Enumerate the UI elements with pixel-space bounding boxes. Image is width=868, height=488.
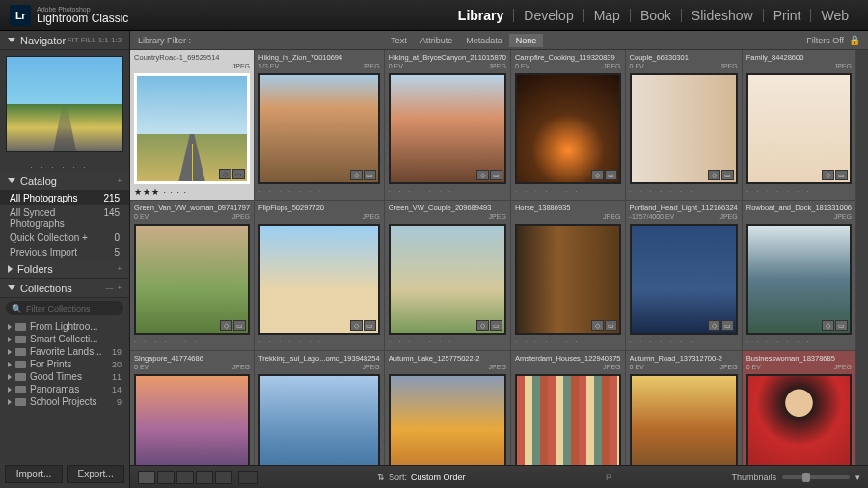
catalog-item[interactable]: Previous Import5 [0,245,129,259]
module-slideshow[interactable]: Slideshow [682,9,764,22]
thumbnail-cell[interactable]: Businesswoman_183786850 EVJPEG◇▭· · · · … [743,351,856,465]
thumb-image[interactable]: ◇▭ [389,73,506,184]
flag-icon[interactable]: ⚐ [605,473,612,482]
thumbnail-cell[interactable]: Hiking_at_BryceCanyon_2110158700 EVJPEG◇… [385,50,511,201]
export-button[interactable]: Export... [67,465,124,483]
thumb-image[interactable]: ◇▭ [134,224,250,335]
thumbnail-size-slider[interactable] [782,475,850,479]
thumb-image[interactable]: ◇▭ [258,374,380,465]
collection-item[interactable]: Good Times11 [0,370,129,383]
loupe-view-icon[interactable] [157,471,175,484]
thumbnail-cell[interactable]: Autumn_Road_137312700-20 EVJPEG◇▭· · · ·… [626,351,743,465]
lock-icon[interactable]: 🔒 [849,35,860,45]
navigator-zoom-modes[interactable]: FIT FILL 1:1 1:2 [68,36,122,44]
thumbnail-cell[interactable]: Amsterdam_Houses_122940375JPEG◇▭· · · · … [511,351,626,465]
badge-icon[interactable]: ▭ [835,170,848,180]
badge-icon[interactable]: ▭ [605,320,617,331]
thumbnail-cell[interactable]: CountryRoad-1_69529514JPEG◇▭★★★ · · · · [130,50,255,201]
thumbnail-cell[interactable]: FlipFlops_50297720JPEG◇▭· · · · · · · [255,201,385,351]
filter-tab-attribute[interactable]: Attribute [414,34,460,47]
module-web[interactable]: Web [811,9,858,22]
badge-icon[interactable]: ▭ [605,170,617,180]
thumb-image[interactable]: ◇▭ [515,73,621,184]
thumb-image[interactable]: ◇▭ [746,224,852,335]
badge-icon[interactable]: ▭ [233,320,246,331]
badge-icon[interactable]: ◇ [350,170,363,180]
thumbnail-cell[interactable]: Horse_13886935JPEG◇▭· · · · · · · [511,201,626,351]
module-book[interactable]: Book [631,9,682,22]
badge-icon[interactable]: ▭ [490,170,502,180]
badge-icon[interactable]: ◇ [708,170,720,180]
badge-icon[interactable]: ◇ [476,170,489,180]
thumb-image[interactable]: ◇▭ [258,73,380,184]
badge-icon[interactable]: ◇ [822,170,834,180]
collection-item[interactable]: School Projects9 [0,395,129,408]
import-button[interactable]: Import... [5,465,63,483]
module-develop[interactable]: Develop [514,9,583,22]
sort-direction-icon[interactable]: ⇅ [377,473,385,482]
catalog-header[interactable]: Catalog + [0,172,129,191]
sort-value[interactable]: Custom Order [411,473,466,482]
collection-item[interactable]: Panoramas14 [0,383,129,395]
badge-icon[interactable]: ▭ [364,170,376,180]
navigator-preview[interactable] [0,50,129,158]
catalog-item[interactable]: All Synced Photographs145 [0,205,129,230]
thumb-image[interactable]: ◇▭ [746,73,852,184]
thumbnail-cell[interactable]: Rowboat_and_Dock_181331006JPEG◇▭· · · · … [743,201,856,351]
view-mode-switcher[interactable] [138,471,232,484]
module-library[interactable]: Library [448,9,514,22]
thumbnail-cell[interactable]: Trekking_sul_Lago...omo_193948254JPEG◇▭·… [255,351,385,465]
thumb-image[interactable]: ◇▭ [746,374,852,465]
badge-icon[interactable]: ◇ [591,170,604,180]
folders-header[interactable]: Folders + [0,259,129,279]
collection-item[interactable]: From Lightroo... [0,320,129,333]
badge-icon[interactable]: ▭ [835,320,848,331]
badge-icon[interactable]: ▭ [364,320,376,331]
toolbar-chevron-icon[interactable]: ▾ [855,473,860,482]
painter-tool-icon[interactable] [238,471,258,484]
thumb-image[interactable]: ◇▭ [134,73,250,184]
badge-icon[interactable]: ◇ [219,169,231,179]
catalog-item[interactable]: All Photographs215 [0,191,129,205]
badge-icon[interactable]: ▭ [232,169,245,179]
thumbnail-cell[interactable]: Portland_Head_Light_112166324-1257/4000 … [626,201,743,351]
sort-control[interactable]: ⇅ Sort: Custom Order [377,473,466,482]
badge-icon[interactable]: ◇ [476,320,489,331]
module-print[interactable]: Print [764,9,812,22]
collections-minus-icon[interactable]: — [105,284,113,292]
collections-header[interactable]: Collections — + [0,279,129,298]
thumb-image[interactable]: ◇▭ [389,374,506,465]
thumbnail-cell[interactable]: Autumn_Lake_125775022-2JPEG◇▭· · · · · ·… [385,351,511,465]
collections-plus-icon[interactable]: + [117,284,122,292]
thumbnail-cell[interactable]: Singapore_417746860 EVJPEG◇▭· · · · · · … [130,351,255,465]
thumb-image[interactable]: ◇▭ [630,374,738,465]
thumb-image[interactable]: ◇▭ [630,224,738,335]
thumbnail-cell[interactable]: Green_VW_Couple_209689493JPEG◇▭· · · · ·… [385,201,511,351]
thumbnail-cell[interactable]: Couple_663303010 EVJPEG◇▭· · · · · · · [626,50,743,201]
collection-item[interactable]: For Prints20 [0,358,129,370]
filters-off-label[interactable]: Filters Off [806,36,844,45]
navigator-header[interactable]: Navigator FIT FILL 1:1 1:2 [0,31,129,50]
catalog-item[interactable]: Quick Collection +0 [0,230,129,245]
catalog-plus-icon[interactable]: + [117,176,122,185]
thumbnail-cell[interactable]: Family_84428600JPEG◇▭· · · · · · · [743,50,856,201]
collection-item[interactable]: Favorite Lands...19 [0,345,129,358]
collection-item[interactable]: Smart Collecti... [0,333,129,345]
badge-icon[interactable]: ◇ [708,320,720,331]
survey-view-icon[interactable] [196,471,213,484]
badge-icon[interactable]: ▭ [721,320,734,331]
grid-view-icon[interactable] [138,471,155,484]
badge-icon[interactable]: ◇ [822,320,834,331]
badge-icon[interactable]: ◇ [591,320,604,331]
thumb-image[interactable]: ◇▭ [389,224,506,335]
badge-icon[interactable]: ▭ [490,320,502,331]
thumb-image[interactable]: ◇▭ [258,224,380,335]
thumb-image[interactable]: ◇▭ [630,73,738,184]
compare-view-icon[interactable] [176,471,194,484]
badge-icon[interactable]: ▭ [721,170,734,180]
thumbnail-cell[interactable]: Green_Van_VW_woman_097417970 EVJPEG◇▭· ·… [130,201,255,351]
people-view-icon[interactable] [215,471,232,484]
thumb-image[interactable]: ◇▭ [515,374,621,465]
thumb-image[interactable]: ◇▭ [134,374,250,465]
collections-filter-input[interactable]: 🔍 Filter Collections [6,301,123,315]
